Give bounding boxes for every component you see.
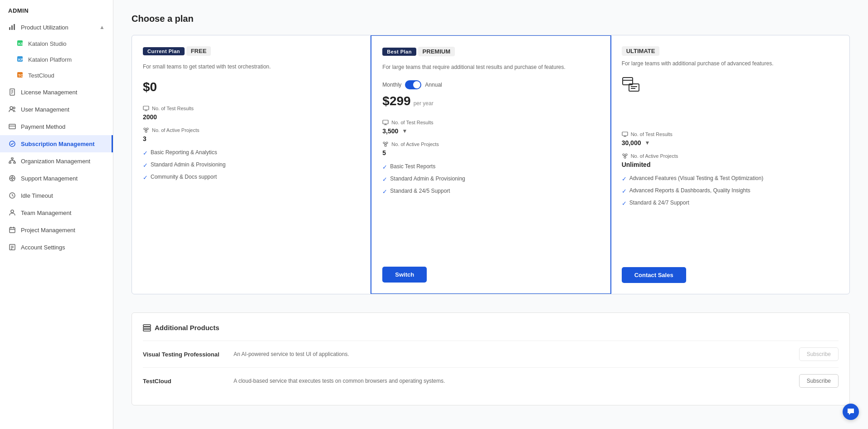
svg-rect-74 (143, 329, 151, 331)
svg-rect-20 (14, 162, 15, 163)
plan-card-premium: Best Plan PREMIUM For large teams that r… (371, 35, 611, 294)
billing-toggle: Monthly Annual (382, 80, 599, 89)
additional-product-testcloud: TestCloud A cloud-based service that exe… (143, 367, 839, 394)
sidebar-item-label: TestCloud (28, 72, 54, 79)
premium-projects-value: 5 (382, 149, 599, 156)
svg-rect-43 (143, 106, 149, 110)
premium-plan-price: $299 (382, 94, 410, 108)
sidebar-item-support-management[interactable]: Support Management (0, 170, 113, 187)
svg-point-46 (144, 128, 146, 130)
svg-line-71 (625, 156, 626, 156)
svg-point-14 (13, 107, 15, 109)
sidebar-item-user-management[interactable]: User Management (0, 101, 113, 118)
sidebar-item-subscription-management[interactable]: Subscription Management (0, 135, 113, 152)
ultimate-test-results-value: 30,000 ▼ (622, 139, 839, 146)
free-test-results-label: No. of Test Results (143, 105, 360, 112)
free-feature-1: ✓ Basic Reporting & Analytics (143, 149, 360, 157)
sidebar-item-label: Support Management (21, 175, 78, 182)
svg-point-34 (11, 210, 14, 213)
ultimate-test-results-dropdown[interactable]: ▼ (644, 140, 650, 146)
sidebar-item-label: Team Management (21, 210, 71, 216)
plan-card-ultimate: ULTIMATE For large teams with additional… (611, 35, 849, 294)
free-plan-tier: FREE (186, 46, 211, 56)
product-name-testcloud: TestCloud (143, 378, 234, 385)
sidebar-item-team-management[interactable]: Team Management (0, 204, 113, 221)
collapse-icon[interactable]: ▲ (99, 24, 105, 30)
check-icon: ✓ (382, 188, 387, 196)
test-results-dropdown[interactable]: ▼ (402, 128, 407, 134)
svg-text:KS: KS (18, 42, 24, 46)
monitor-icon (622, 131, 628, 137)
ultimate-feature-list: ✓ Advanced Features (Visual Testing & Te… (622, 175, 839, 208)
sidebar-item-license-management[interactable]: License Management (0, 83, 113, 101)
page-title: Choose a plan (132, 14, 850, 24)
sidebar-sub-items: KS Katalon Studio KP Katalon Platform TC… (0, 36, 113, 83)
account-icon (8, 243, 16, 251)
projects-icon (143, 127, 149, 133)
svg-point-13 (10, 107, 13, 109)
license-icon (8, 88, 16, 96)
check-icon: ✓ (622, 175, 627, 183)
free-feature-3: ✓ Community & Docs support (143, 173, 360, 182)
sidebar-item-label: User Management (21, 106, 69, 113)
product-desc-visual-testing: An AI-powered service to test UI of appl… (234, 351, 799, 357)
additional-products-section: Additional Products Visual Testing Profe… (132, 312, 850, 405)
sidebar-item-label: Katalon Platform (28, 56, 72, 63)
sidebar-item-testcloud[interactable]: TC TestCloud (8, 68, 113, 83)
subscribe-button-testcloud[interactable]: Subscribe (799, 374, 839, 388)
chat-bubble[interactable] (843, 404, 859, 420)
free-features: No. of Test Results 2000 No. of Active P… (143, 105, 360, 186)
chat-icon (847, 408, 855, 416)
contact-sales-button[interactable]: Contact Sales (622, 267, 686, 283)
free-feature-list: ✓ Basic Reporting & Analytics ✓ Standard… (143, 149, 360, 182)
sidebar-item-label: Payment Method (21, 123, 65, 130)
premium-plan-button-container: Switch (382, 253, 599, 283)
check-icon: ✓ (143, 161, 148, 170)
free-feature-2: ✓ Standard Admin & Provisioning (143, 161, 360, 170)
free-plan-description: For small teams to get started with test… (143, 63, 360, 71)
check-icon: ✓ (382, 176, 387, 184)
check-icon: ✓ (622, 187, 627, 195)
svg-text:KP: KP (18, 58, 24, 62)
svg-rect-64 (622, 132, 628, 136)
org-icon (8, 157, 16, 165)
premium-features: No. of Test Results 3,500 ▼ No. of Activ… (382, 119, 599, 200)
ultimate-plan-tier: ULTIMATE (622, 46, 660, 56)
contact-icon (622, 77, 839, 96)
ultimate-projects-value: Unlimited (622, 161, 839, 168)
svg-point-69 (624, 156, 626, 158)
sidebar-item-account-settings[interactable]: Account Settings (0, 239, 113, 256)
testcloud-icon: TC (16, 71, 24, 80)
stack-icon (143, 324, 151, 332)
plan-card-free: Current Plan FREE For small teams to get… (132, 35, 371, 294)
svg-line-49 (145, 130, 146, 131)
katalon-platform-icon: KP (16, 55, 24, 64)
billing-toggle-switch[interactable] (405, 80, 421, 89)
sidebar-item-idle-timeout[interactable]: Idle Timeout (0, 187, 113, 204)
sidebar-item-katalon-studio[interactable]: KS Katalon Studio (8, 36, 113, 52)
svg-point-55 (386, 142, 388, 144)
switch-button[interactable]: Switch (382, 267, 427, 283)
premium-plan-description: For large teams that require additional … (382, 63, 599, 71)
svg-line-57 (384, 144, 385, 145)
additional-products-title: Additional Products (143, 324, 839, 332)
main-content: Choose a plan Current Plan FREE For smal… (113, 0, 868, 429)
sidebar-item-payment-method[interactable]: Payment Method (0, 118, 113, 135)
sidebar-item-katalon-platform[interactable]: KP Katalon Platform (8, 52, 113, 68)
svg-rect-19 (9, 162, 11, 163)
svg-rect-72 (143, 325, 151, 327)
svg-point-56 (385, 145, 386, 146)
svg-point-26 (11, 177, 13, 179)
check-icon: ✓ (143, 174, 148, 182)
subscribe-button-visual-testing[interactable]: Subscribe (799, 347, 839, 361)
premium-plan-tier: PREMIUM (418, 47, 455, 56)
sidebar-item-organization-management[interactable]: Organization Management (0, 152, 113, 170)
sidebar-item-project-management[interactable]: Project Management (0, 221, 113, 239)
monitor-icon (143, 105, 149, 112)
ultimate-features: No. of Test Results 30,000 ▼ No. of Acti… (622, 131, 839, 212)
svg-line-50 (146, 130, 147, 131)
premium-feature-2: ✓ Standard Admin & Provisioning (382, 175, 599, 184)
sidebar-item-label: Katalon Studio (28, 40, 67, 47)
sidebar-item-product-utilization[interactable]: Product Utilization ▲ (0, 19, 113, 36)
clock-icon (8, 191, 16, 200)
